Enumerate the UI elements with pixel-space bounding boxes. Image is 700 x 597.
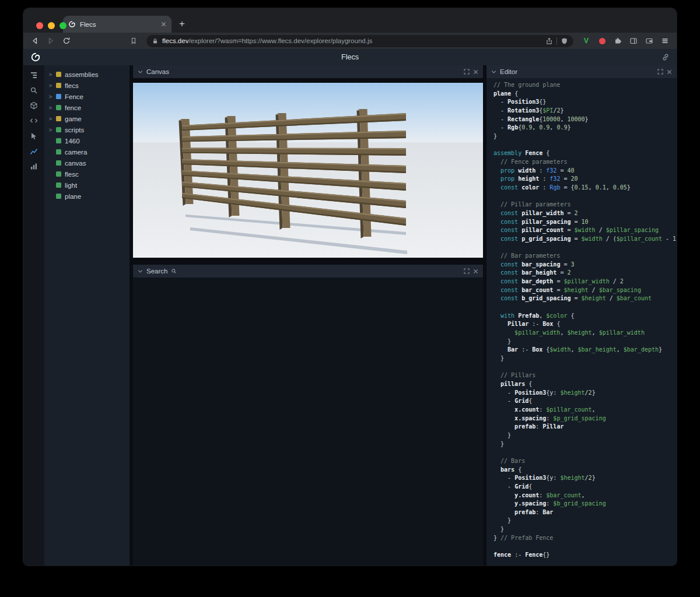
- tree-item-light[interactable]: >light: [44, 180, 130, 191]
- permalink-button[interactable]: [662, 53, 670, 61]
- tree-item-plane[interactable]: >plane: [44, 191, 130, 202]
- flecs-explorer-app: Flecs: [23, 49, 677, 566]
- search-icon[interactable]: [27, 85, 40, 95]
- code-line: const color : Rgb = {0.15, 0.1, 0.05}: [494, 184, 677, 192]
- code-line: - Rectangle{10000, 10000}: [494, 115, 677, 124]
- tool-sidebar: [23, 65, 44, 566]
- menu-button[interactable]: [659, 35, 671, 47]
- editor-body[interactable]: // The ground planeplane { - Position3{}…: [487, 78, 677, 566]
- collapse-chevron-icon[interactable]: [491, 69, 496, 75]
- forward-button[interactable]: [45, 35, 57, 47]
- entity-color-square: [56, 127, 61, 132]
- editor-code[interactable]: // The ground planeplane { - Position3{}…: [494, 81, 677, 560]
- search-panel-header: Search: [133, 265, 483, 278]
- zoom-window-button[interactable]: [60, 22, 66, 29]
- tab-title: Flecs: [80, 21, 157, 28]
- back-button[interactable]: [29, 35, 41, 47]
- inspect-icon[interactable]: [27, 131, 40, 141]
- bookmark-button[interactable]: [128, 35, 139, 47]
- page-title: Flecs: [23, 53, 677, 61]
- tree-item-fence[interactable]: >fence: [44, 102, 130, 113]
- search-panel-body[interactable]: [133, 278, 483, 566]
- code-line: $pillar_width, $height, $pillar_width: [494, 329, 677, 338]
- tree-item-label: 1460: [65, 138, 80, 145]
- tree-item-camera[interactable]: >camera: [44, 146, 130, 157]
- tree-item-game[interactable]: >game: [44, 113, 130, 124]
- collapse-chevron-icon[interactable]: [138, 269, 143, 274]
- extension-v-button[interactable]: V: [580, 35, 592, 47]
- expand-chevron-icon[interactable]: >: [48, 93, 52, 100]
- expand-chevron-icon[interactable]: >: [48, 82, 52, 89]
- tree-item-1460[interactable]: >1460: [44, 135, 130, 146]
- collapse-chevron-icon[interactable]: [138, 69, 143, 75]
- tree-item-flecs[interactable]: >flecs: [44, 80, 130, 91]
- shield-icon[interactable]: [561, 37, 568, 45]
- reload-button[interactable]: [61, 35, 72, 47]
- code-line: prop height : f32 = 20: [494, 175, 677, 184]
- code-line: plane {: [494, 90, 677, 99]
- code-line: [494, 141, 677, 150]
- code-line: const pillar_spacing = 10: [494, 218, 677, 227]
- tree-item-scripts[interactable]: >scripts: [44, 124, 130, 135]
- tree-item-label: flecs: [65, 82, 79, 89]
- flecs-logo-icon[interactable]: [30, 52, 41, 62]
- stats-icon[interactable]: [27, 161, 40, 171]
- chart-icon[interactable]: [27, 146, 40, 156]
- code-line: const pillar_count = $width / $pillar_sp…: [494, 226, 677, 235]
- tree-view-icon[interactable]: [27, 70, 40, 80]
- code-line: prefab: Pillar: [494, 423, 677, 431]
- entity-color-square: [56, 149, 61, 154]
- expand-chevron-icon[interactable]: >: [48, 127, 52, 133]
- entities-icon[interactable]: [27, 100, 40, 110]
- minimize-window-button[interactable]: [48, 22, 55, 29]
- close-window-button[interactable]: [36, 22, 43, 29]
- expand-chevron-icon[interactable]: >: [48, 71, 52, 78]
- tree-item-Fence[interactable]: >Fence: [44, 91, 130, 102]
- code-line: }: [494, 431, 677, 440]
- expand-icon[interactable]: [464, 69, 470, 75]
- tree-item-canvas[interactable]: >canvas: [44, 157, 130, 168]
- code-icon[interactable]: [27, 115, 40, 125]
- tree-item-assemblies[interactable]: >assemblies: [44, 69, 130, 80]
- new-tab-button[interactable]: +: [174, 16, 190, 32]
- close-icon[interactable]: [473, 269, 478, 274]
- url-bar[interactable]: flecs.dev/explorer/?wasm=https://www.fle…: [146, 35, 573, 47]
- share-icon[interactable]: [545, 37, 553, 45]
- code-line: }: [494, 517, 677, 525]
- lock-icon: [152, 37, 159, 45]
- tab-close-icon[interactable]: [161, 22, 166, 27]
- close-icon[interactable]: [473, 69, 478, 75]
- tree-item-label: canvas: [65, 160, 86, 167]
- code-line: Pillar :- Box {: [494, 320, 677, 329]
- code-line: const bar_count = $height / $bar_spacing: [494, 286, 677, 295]
- code-line: - Position3{y: $height/2}: [494, 474, 677, 483]
- canvas-body: [133, 83, 483, 258]
- code-line: x.spacing: $p_grid_spacing: [494, 415, 677, 423]
- entity-color-square: [56, 83, 61, 88]
- tree-item-label: plane: [65, 193, 81, 200]
- wallet-button[interactable]: [643, 35, 655, 47]
- tree-item-label: flesc: [65, 171, 79, 178]
- code-line: - Rotation3{$PI/2}: [494, 107, 677, 115]
- code-line: const pillar_width = 2: [494, 209, 677, 218]
- expand-icon[interactable]: [657, 69, 663, 75]
- tree-item-flesc[interactable]: >flesc: [44, 168, 130, 180]
- extensions-button[interactable]: [612, 35, 624, 47]
- code-line: - Position3{y: $height/2}: [494, 389, 677, 398]
- entity-color-square: [56, 171, 61, 177]
- code-line: const b_grid_spacing = $height / $bar_co…: [494, 294, 677, 303]
- expand-chevron-icon[interactable]: >: [48, 115, 52, 122]
- canvas-3d-view[interactable]: [133, 83, 483, 258]
- sidebar-toggle-button[interactable]: [628, 35, 639, 47]
- close-icon[interactable]: [667, 69, 672, 75]
- editor-panel-header: Editor: [487, 65, 677, 78]
- browser-tab[interactable]: Flecs: [63, 16, 172, 33]
- code-line: const bar_height = 2: [494, 269, 677, 278]
- code-line: [494, 192, 677, 201]
- expand-chevron-icon[interactable]: >: [48, 104, 52, 111]
- extension-record-button[interactable]: [596, 35, 608, 47]
- canvas-panel-header: Canvas: [133, 65, 483, 78]
- tree-item-label: fence: [65, 104, 81, 111]
- expand-icon[interactable]: [464, 268, 470, 274]
- code-line: }: [494, 354, 677, 363]
